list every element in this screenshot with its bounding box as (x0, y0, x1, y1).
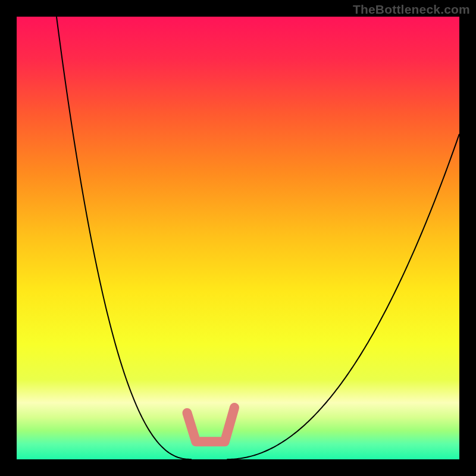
chart-frame: TheBottleneck.com (0, 0, 476, 476)
right-curve (227, 134, 459, 459)
watermark-text: TheBottleneck.com (353, 2, 470, 17)
left-curve (57, 17, 192, 459)
curves-layer (17, 17, 459, 459)
bottom-highlight-mark (187, 408, 234, 441)
plot-area (17, 17, 459, 459)
